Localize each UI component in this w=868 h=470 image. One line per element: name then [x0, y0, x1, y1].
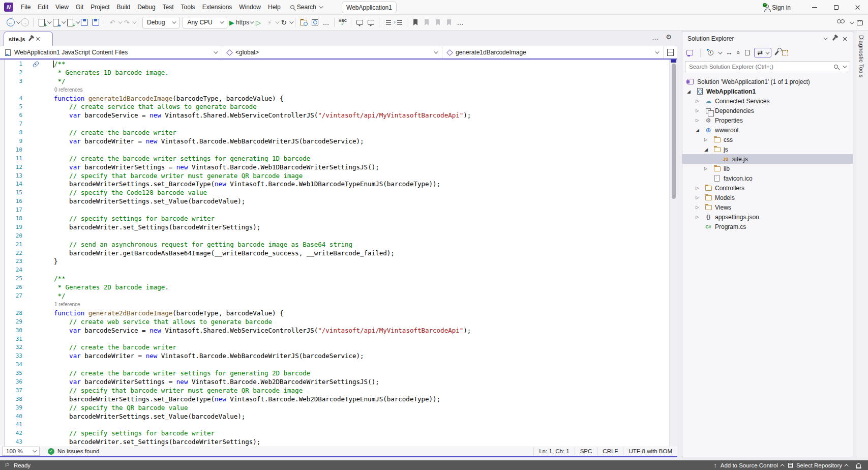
tree-item-properties[interactable]: ▷⚙Properties [682, 115, 853, 125]
next-bookmark-button[interactable] [433, 16, 443, 28]
tree-item-models[interactable]: ▷Models [682, 193, 853, 202]
refresh-chevron-icon[interactable] [289, 19, 293, 23]
code-line-10[interactable]: 10 [0, 146, 669, 155]
hot-reload-button[interactable]: ⚡ [264, 16, 275, 28]
save-button[interactable] [79, 16, 89, 28]
code-line-39[interactable]: 39 // specify the QR barcode value [0, 404, 669, 413]
tree-item-webapplication1[interactable]: ◢WebApplication1 [682, 86, 853, 96]
tree-item-connected-services[interactable]: ▷☁Connected Services [682, 96, 853, 106]
diagnostic-tools-tab[interactable]: Diagnostic Tools [858, 35, 864, 78]
code-line-33[interactable]: 33 var barcodeWriter = new Vintasoft.Bar… [0, 352, 669, 361]
code-line-2[interactable]: 2 * Generates 1D barcode image. [0, 69, 669, 77]
code-line-24[interactable]: 24 [0, 266, 669, 275]
code-line-9[interactable]: 9 var barcodeWriter = new Vintasoft.Barc… [0, 137, 669, 146]
tree-item-views[interactable]: ▷Views [682, 202, 853, 212]
issues-ok-icon[interactable]: ✓ [48, 448, 54, 455]
tree-item-solution-webapplication1-1-of-1-project-[interactable]: Solution 'WebApplication1' (1 of 1 proje… [682, 77, 853, 86]
code-line-17[interactable]: 17 [0, 206, 669, 215]
code-line-11[interactable]: 11 // create the barcode writer settings… [0, 155, 669, 163]
toggle-bookmark-button[interactable] [410, 16, 421, 28]
code-line-35[interactable]: 35 // create the barcode writer settings… [0, 369, 669, 378]
code-line-6[interactable]: 6 var barcodeService = new Vintasoft.Sha… [0, 111, 669, 120]
editor-settings-gear-icon[interactable]: ⚙ [666, 33, 672, 41]
spell-check-button[interactable]: ABC✓ [338, 16, 348, 28]
previous-bookmark-button[interactable] [422, 16, 432, 28]
properties-wrench-icon[interactable] [774, 50, 779, 55]
code-area[interactable]: 1/**2 * Generates 1D barcode image.3 */0… [0, 60, 669, 446]
tree-item-program-cs[interactable]: C#Program.cs [682, 222, 853, 231]
tab-site-js[interactable]: site.js [4, 32, 53, 46]
code-line-7[interactable]: 7 [0, 120, 669, 129]
redo-chevron-icon[interactable] [132, 19, 136, 23]
live-share-chevron-icon[interactable] [850, 20, 854, 24]
uncomment-button[interactable] [366, 16, 376, 28]
collapsed-arrow-icon[interactable]: ▷ [694, 186, 704, 190]
browser-link-button[interactable] [310, 16, 320, 28]
tree-item-js[interactable]: ◢js [682, 144, 853, 154]
code-line-42[interactable]: 42 // specify settings for barcode write… [0, 429, 669, 438]
code-line-23[interactable]: 23} [0, 257, 669, 266]
send-feedback-icon[interactable] [857, 20, 863, 25]
navigate-backward-button[interactable]: ← [6, 16, 16, 28]
code-line-4[interactable]: 4function generate1dBarcodeImage(barcode… [0, 95, 669, 103]
collapsed-arrow-icon[interactable]: ▷ [694, 195, 704, 200]
menu-debug[interactable]: Debug [134, 2, 159, 13]
expanded-arrow-icon[interactable]: ◢ [703, 147, 713, 152]
code-line-29[interactable]: 29 // create web service that allows to … [0, 318, 669, 327]
find-in-files-button[interactable] [298, 16, 309, 28]
split-window-button[interactable] [664, 46, 677, 58]
menu-git[interactable]: Git [72, 2, 87, 13]
code-line-37[interactable]: 37 // specify that barcode writer must g… [0, 387, 669, 395]
collapsed-arrow-icon[interactable]: ▷ [694, 205, 704, 210]
code-line-20[interactable]: 20 [0, 232, 669, 241]
undo-button[interactable]: ↶ [107, 16, 117, 28]
add-to-source-control-button[interactable]: Add to Source Control [721, 462, 778, 468]
minimize-button[interactable] [804, 1, 825, 15]
menu-build[interactable]: Build [113, 2, 134, 13]
increase-indent-button[interactable] [394, 16, 404, 28]
code-editor[interactable]: 1/**2 * Generates 1D barcode image.3 */0… [0, 60, 677, 446]
comment-button[interactable] [354, 16, 365, 28]
code-line-36[interactable]: 36 var barcodeWriterSettings = new Vinta… [0, 378, 669, 387]
start-debugging-button[interactable]: ▶ https [229, 16, 249, 28]
show-all-files-icon[interactable] [745, 50, 750, 55]
open-file-button[interactable]: ➜ [51, 16, 61, 28]
close-button[interactable] [847, 1, 868, 15]
codelens-references-link[interactable]: 1 reference [54, 302, 80, 307]
menu-file[interactable]: File [17, 2, 34, 13]
code-line-16[interactable]: 16 barcodeWriterSettings.set_Value(barco… [0, 197, 669, 206]
solution-badge[interactable]: WebApplication1 [342, 2, 397, 13]
code-line-19[interactable]: 19 barcodeWriter.set_Settings(barcodeWri… [0, 223, 669, 232]
caret-position-indicator[interactable]: Ln: 1, Ch: 1 [533, 447, 574, 455]
toolbar-overflow-button[interactable]: … [321, 16, 331, 28]
code-line-34[interactable]: 34 [0, 361, 669, 369]
code-line-15[interactable]: 15 // specify the Code128 barcode value [0, 189, 669, 197]
collapsed-arrow-icon[interactable]: ▷ [703, 166, 713, 171]
decrease-indent-button[interactable] [382, 16, 393, 28]
sync-with-active-document-button[interactable]: ⇄ [754, 48, 771, 57]
zoom-level-dropdown[interactable]: 100 % [2, 447, 40, 456]
codelens-references-link[interactable]: 0 references [54, 87, 83, 93]
member-dropdown[interactable]: generate1dBarcodeImage [442, 46, 664, 58]
tree-item-favicon-ico[interactable]: favicon.ico [682, 173, 853, 183]
clear-bookmarks-button[interactable] [444, 16, 454, 28]
select-repository-button[interactable]: Select Repository [796, 462, 842, 468]
code-line-3[interactable]: 3 */ [0, 77, 669, 86]
indentation-indicator[interactable]: SPC [575, 447, 597, 455]
tree-item-css[interactable]: ▷css [682, 135, 853, 144]
tree-item-appsettings-json[interactable]: ▷{}appsettings.json [682, 212, 853, 222]
start-without-debugging-button[interactable]: ▷ [253, 16, 263, 28]
expanded-arrow-icon[interactable]: ◢ [685, 89, 696, 94]
pin-tab-icon[interactable] [28, 37, 32, 41]
code-line-40[interactable]: 40 barcodeWriterSettings.set_Value(barco… [0, 413, 669, 421]
collapsed-arrow-icon[interactable]: ▷ [703, 137, 713, 142]
code-line-22[interactable]: 22 barcodeWriter.getBarcodeAsBase64Image… [0, 249, 669, 258]
collapsed-arrow-icon[interactable]: ▷ [694, 215, 704, 219]
code-line-30[interactable]: 30 var barcodeService = new Vintasoft.Sh… [0, 327, 669, 335]
code-line-13[interactable]: 13 // specify that barcode writer must g… [0, 172, 669, 181]
solution-explorer-search-input[interactable]: Search Solution Explorer (Ctrl+;) [685, 61, 850, 72]
code-line-31[interactable]: 31 [0, 335, 669, 344]
code-line-25[interactable]: 25/** [0, 275, 669, 283]
text-editor-overflow-button[interactable]: … [455, 16, 465, 28]
tree-item-dependencies[interactable]: ▷Dependencies [682, 106, 853, 115]
